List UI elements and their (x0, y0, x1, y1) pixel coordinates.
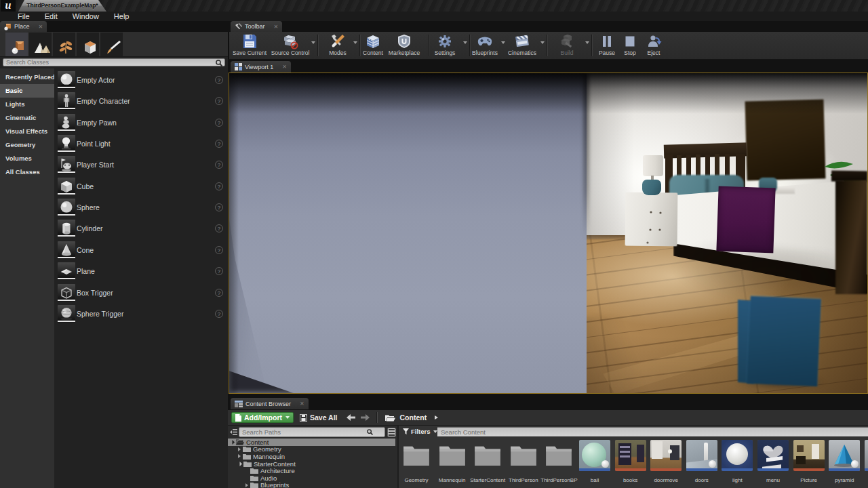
save-all-button[interactable]: Save All (300, 413, 337, 422)
place-item-cube[interactable]: Cube? (54, 176, 228, 197)
cinematics-button[interactable]: Cinematics (505, 33, 540, 58)
asset-geometry[interactable]: Geometry (401, 440, 432, 483)
settings-button[interactable]: Settings (427, 33, 462, 58)
category-lights[interactable]: Lights (0, 98, 54, 111)
view-options-button[interactable] (387, 428, 396, 437)
help-icon[interactable]: ? (215, 246, 223, 254)
place-item-player-start[interactable]: Player Start? (54, 155, 228, 176)
modes-button[interactable]: Modes (323, 33, 353, 58)
add-import-button[interactable]: Add/Import (231, 412, 294, 423)
tree-node-architecture[interactable]: Architecture (228, 467, 395, 474)
place-item-sphere[interactable]: Sphere? (54, 197, 228, 218)
mode-button-place-mode[interactable] (5, 33, 28, 56)
asset-re[interactable]: re (865, 440, 868, 483)
category-cinematic[interactable]: Cinematic (0, 111, 54, 125)
tab-place[interactable]: Place ✕ (0, 21, 47, 32)
stop-button[interactable]: Stop (618, 33, 642, 58)
help-icon[interactable]: ? (215, 76, 223, 84)
dropdown-caret-icon[interactable] (585, 41, 589, 44)
tree-expander-icon[interactable] (238, 454, 241, 458)
place-item-box-trigger[interactable]: Box Trigger? (54, 283, 228, 304)
mode-button-foliage-mode[interactable] (53, 33, 75, 56)
tree-node-geometry[interactable]: Geometry (228, 446, 395, 453)
category-all-classes[interactable]: All Classes (0, 165, 54, 179)
eject-button[interactable]: Eject (642, 33, 666, 58)
menu-file[interactable]: File (12, 12, 37, 21)
asset-thirdperson[interactable]: ThirdPerson (508, 440, 539, 483)
help-icon[interactable]: ? (215, 224, 223, 232)
search-classes-input[interactable]: Search Classes (3, 58, 225, 66)
category-volumes[interactable]: Volumes (0, 152, 54, 165)
tree-node-mannequin[interactable]: Mannequin (228, 453, 395, 460)
mode-button-brush-mode[interactable] (100, 33, 123, 56)
tree-node-startercontent[interactable]: StarterContent (228, 460, 395, 468)
tree-expander-icon[interactable] (245, 483, 248, 487)
tree-expander-icon[interactable] (237, 462, 242, 466)
help-icon[interactable]: ? (215, 310, 223, 318)
tree-node-blueprints[interactable]: Blueprints (228, 482, 395, 488)
help-icon[interactable]: ? (215, 182, 223, 190)
help-icon[interactable]: ? (215, 161, 223, 169)
tab-content-browser[interactable]: Content Browser ✕ (231, 398, 309, 409)
help-icon[interactable]: ? (215, 267, 223, 275)
category-geometry[interactable]: Geometry (0, 138, 54, 152)
search-content-input[interactable]: Search Content (437, 427, 868, 437)
tree-expander-icon[interactable] (238, 447, 241, 451)
back-arrow-icon[interactable] (347, 414, 356, 421)
menu-help[interactable]: Help (106, 12, 137, 21)
asset-doors[interactable]: doors (686, 440, 717, 483)
tab-viewport[interactable]: Viewport 1 ✕ (231, 61, 291, 73)
asset-mannequin[interactable]: Mannequin (437, 440, 468, 483)
tree-node-audio[interactable]: Audio (228, 474, 395, 482)
asset-doormove[interactable]: doormove (650, 440, 682, 483)
place-item-empty-actor[interactable]: Empty Actor? (54, 70, 228, 91)
tree-expander-icon[interactable] (230, 440, 235, 445)
place-item-empty-character[interactable]: Empty Character? (54, 91, 228, 112)
pause-button[interactable]: Pause (594, 33, 620, 58)
place-item-point-light[interactable]: Point Light? (54, 134, 228, 155)
place-item-plane[interactable]: Plane? (54, 261, 228, 282)
place-item-sphere-trigger[interactable]: Sphere Trigger? (54, 304, 228, 325)
category-basic[interactable]: Basic (0, 84, 54, 98)
category-visual-effects[interactable]: Visual Effects (0, 125, 54, 138)
breadcrumb[interactable]: Content (385, 413, 438, 422)
viewport-3d[interactable] (229, 73, 868, 394)
content-browser-tab-close-icon[interactable]: ✕ (300, 401, 304, 407)
content-button[interactable]: Content (359, 33, 387, 58)
menu-window[interactable]: Window (65, 12, 106, 21)
source-control-button[interactable]: Source Control (270, 33, 311, 58)
help-icon[interactable]: ? (215, 119, 223, 127)
asset-picture[interactable]: Picture (793, 440, 825, 483)
category-recently-placed[interactable]: Recently Placed (0, 70, 54, 84)
dropdown-caret-icon[interactable] (540, 41, 545, 44)
toolbar-tab-close-icon[interactable]: ✕ (274, 24, 279, 30)
viewport-tab-close-icon[interactable]: ✕ (282, 64, 287, 70)
place-tab-close-icon[interactable]: ✕ (39, 24, 43, 30)
mode-button-landscape-mode[interactable] (29, 33, 52, 56)
asset-startercontent[interactable]: StarterContent (472, 440, 503, 483)
place-item-cylinder[interactable]: Cylinder? (54, 218, 228, 239)
mode-button-geometry-mode[interactable] (77, 33, 99, 56)
dropdown-caret-icon[interactable] (311, 41, 315, 44)
level-tab[interactable]: ThirdPersonExampleMap* (18, 0, 106, 12)
dropdown-caret-icon[interactable] (353, 41, 357, 44)
help-icon[interactable]: ? (215, 140, 223, 148)
forward-arrow-icon[interactable] (360, 414, 370, 421)
help-icon[interactable]: ? (215, 203, 223, 211)
filters-button[interactable]: Filters (403, 428, 437, 435)
dropdown-caret-icon[interactable] (463, 41, 467, 44)
asset-thirdpersonbp[interactable]: ThirdPersonBP (543, 440, 574, 483)
marketplace-button[interactable]: Marketplace (387, 33, 421, 58)
save-current-button[interactable]: Save Current (232, 33, 267, 58)
menu-edit[interactable]: Edit (37, 12, 65, 21)
asset-pyramid[interactable]: pyramid (829, 440, 860, 483)
asset-books[interactable]: books (615, 440, 646, 483)
search-paths-input[interactable]: Search Paths (239, 427, 385, 437)
asset-menu[interactable]: menu (757, 440, 789, 483)
help-icon[interactable]: ? (215, 97, 223, 105)
tree-node-content[interactable]: Content (228, 439, 395, 446)
sources-toggle-icon[interactable] (230, 428, 237, 436)
help-icon[interactable]: ? (215, 289, 223, 297)
asset-light[interactable]: light (722, 440, 753, 483)
place-item-empty-pawn[interactable]: Empty Pawn? (54, 113, 228, 134)
